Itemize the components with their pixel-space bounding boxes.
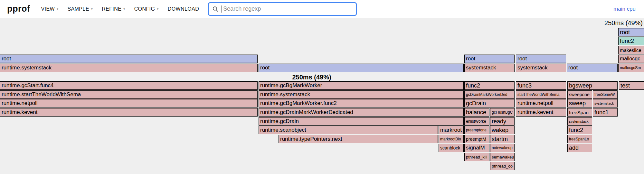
chevron-down-icon: ▾ xyxy=(157,7,158,11)
flame-box-runtime-netpoll[interactable]: runtime.netpoll xyxy=(516,99,566,107)
chevron-down-icon: ▾ xyxy=(57,7,58,11)
flame-box-runtime-starttheworldwithsema[interactable]: runtime.startTheWorldWithSema xyxy=(0,90,258,99)
chevron-down-icon: ▾ xyxy=(123,7,125,11)
flame-box-func2[interactable]: func2 xyxy=(618,37,644,45)
flame-box-freespan[interactable]: freeSpan xyxy=(567,108,592,117)
menu-bar: VIEW▾SAMPLE▾REFINE▾CONFIG▾DOWNLOAD xyxy=(41,6,208,12)
search-box[interactable] xyxy=(208,2,357,16)
flame-box-runtime-kevent[interactable]: runtime.kevent xyxy=(0,108,258,117)
flame-box-startm[interactable]: startm xyxy=(490,135,515,143)
flame-box-runtime-gcbgmarkworker[interactable]: runtime.gcBgMarkWorker xyxy=(259,81,464,90)
flame-box-systemstack[interactable]: systemstack xyxy=(567,117,592,126)
flame-box-pthread-kill[interactable]: pthread_kill xyxy=(464,153,489,161)
flame-box-runtime-scanobject[interactable]: runtime.scanobject xyxy=(259,126,438,134)
flame-box-root[interactable]: root xyxy=(259,64,464,72)
flame-box-bgsweep[interactable]: bgsweep xyxy=(567,81,618,90)
flame-box-runtime-gcdrainmarkworkerdedicated[interactable]: runtime.gcDrainMarkWorkerDedicated xyxy=(259,108,464,117)
flame-box-gcflushbgc[interactable]: gcFlushBgC xyxy=(490,108,515,117)
flame-box-func1[interactable]: func1 xyxy=(593,108,618,117)
flame-box-gcdrain[interactable]: gcDrain xyxy=(464,99,515,107)
flame-box-func3[interactable]: func3 xyxy=(516,81,566,90)
search-icon xyxy=(212,6,219,12)
menu-sample[interactable]: SAMPLE▾ xyxy=(67,6,93,12)
flame-box-mallocgcsm[interactable]: mallocgcSm xyxy=(618,64,644,72)
flame-box-runtime-systemstack[interactable]: runtime.systemstack xyxy=(259,90,464,99)
flame-box-runtime-typepointers-next[interactable]: runtime.typePointers.next xyxy=(279,135,438,143)
flame-box-scanblock[interactable]: scanblock xyxy=(439,144,464,152)
flame-box-root[interactable]: root xyxy=(618,28,644,36)
search-input[interactable] xyxy=(223,5,353,13)
menu-download[interactable]: DOWNLOAD xyxy=(168,6,199,12)
flame-box-func2[interactable]: func2 xyxy=(567,126,592,134)
flame-box-sweepone[interactable]: sweepone xyxy=(567,90,592,99)
flame-box-root[interactable]: root xyxy=(516,55,566,63)
menu-label: CONFIG xyxy=(134,6,155,12)
flame-box-root[interactable]: root xyxy=(0,55,258,63)
flame-box-makeslice[interactable]: makeslice xyxy=(618,46,644,54)
flame-box-balance[interactable]: balance xyxy=(464,108,489,117)
flame-box-runtime-gcstart-func4[interactable]: runtime.gcStart.func4 xyxy=(0,81,258,90)
menu-label: DOWNLOAD xyxy=(168,6,199,12)
text-cursor xyxy=(222,5,222,13)
flame-box-runtime-systemstack[interactable]: runtime.systemstack xyxy=(0,64,258,72)
flame-box-preemptm[interactable]: preemptM xyxy=(464,135,489,143)
main-cpu-link[interactable]: main cpu xyxy=(613,6,636,12)
flame-box-systemstack[interactable]: systemstack xyxy=(516,64,566,72)
flame-box-notewakeup[interactable]: notewakeup xyxy=(490,144,515,152)
flame-box-starttheworldwithsema[interactable]: startTheWorldWithSema xyxy=(516,90,566,99)
flame-box-root[interactable]: root xyxy=(567,64,618,72)
flame-box-func2[interactable]: func2 xyxy=(464,81,515,90)
flame-box-runtime-netpoll[interactable]: runtime.netpoll xyxy=(0,99,258,107)
menu-label: SAMPLE xyxy=(67,6,89,12)
menu-view[interactable]: VIEW▾ xyxy=(41,6,58,12)
flame-box-freesomew[interactable]: freeSomeW xyxy=(593,90,618,99)
flame-box-add[interactable]: add xyxy=(567,144,592,152)
flame-box-markroot[interactable]: markroot xyxy=(439,126,464,134)
flame-box-test[interactable]: test xyxy=(619,81,644,90)
flame-box-systemstack[interactable]: systemstack xyxy=(593,99,618,107)
chevron-down-icon: ▾ xyxy=(91,7,93,11)
flame-box-mallocgc[interactable]: mallocgc xyxy=(618,55,644,63)
flame-total-header: 250ms (49%) xyxy=(604,19,643,27)
flame-box-preemptone[interactable]: preemptone xyxy=(464,126,489,134)
flame-box-gcdrainmarkworkerded[interactable]: gcDrainMarkWorkerDed xyxy=(464,90,515,99)
flame-box-runtime-gcdrain[interactable]: runtime.gcDrain xyxy=(259,117,464,126)
pprof-logo: pprof xyxy=(7,4,30,14)
flame-box-markrootblo[interactable]: markrootBlo xyxy=(439,135,464,143)
flame-box-enlistworke[interactable]: enlistWorke xyxy=(464,117,489,126)
toolbar: pprof VIEW▾SAMPLE▾REFINE▾CONFIG▾DOWNLOAD… xyxy=(0,0,644,18)
flame-box-sweep[interactable]: sweep xyxy=(567,99,592,107)
menu-label: VIEW xyxy=(41,6,55,12)
flame-box-ready[interactable]: ready xyxy=(490,117,515,126)
flame-box-signalm[interactable]: signalM xyxy=(464,144,489,152)
flame-box-semawakeu[interactable]: semawakeu xyxy=(490,153,515,161)
menu-config[interactable]: CONFIG▾ xyxy=(134,6,159,12)
flame-box-runtime-gcbgmarkworker-func2[interactable]: runtime.gcBgMarkWorker.func2 xyxy=(259,99,464,107)
flamegraph-canvas: rootfunc2makeslicemallocgcmallocgcSmroot… xyxy=(0,0,644,174)
menu-label: REFINE xyxy=(102,6,121,12)
menu-refine[interactable]: REFINE▾ xyxy=(102,6,125,12)
flame-box-wakep[interactable]: wakep xyxy=(490,126,515,134)
flame-box-freespanlo[interactable]: freeSpanLo xyxy=(567,135,592,143)
flame-box-runtime-kevent[interactable]: runtime.kevent xyxy=(516,108,566,117)
flame-box-pthread-co[interactable]: pthread_co xyxy=(490,162,515,170)
flame-box-root[interactable]: root xyxy=(464,55,515,63)
flame-total-header: 250ms (49%) xyxy=(292,74,331,81)
flame-box-systemstack[interactable]: systemstack xyxy=(464,64,515,72)
